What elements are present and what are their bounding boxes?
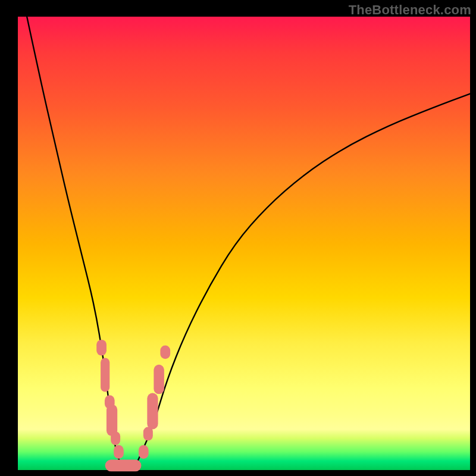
chart-frame: TheBottleneck.com — [0, 0, 476, 476]
data-marker — [114, 445, 124, 459]
bottleneck-curve — [27, 17, 470, 470]
watermark-text: TheBottleneck.com — [349, 2, 471, 18]
data-marker — [160, 345, 170, 359]
data-marker — [147, 393, 158, 429]
data-marker — [107, 405, 117, 436]
data-marker — [101, 358, 109, 392]
data-marker — [154, 365, 164, 394]
data-marker — [105, 459, 142, 471]
curve-layer — [18, 17, 470, 470]
data-marker — [111, 431, 120, 445]
curve-path — [27, 17, 470, 470]
data-marker — [139, 445, 149, 459]
data-marker — [96, 340, 107, 356]
